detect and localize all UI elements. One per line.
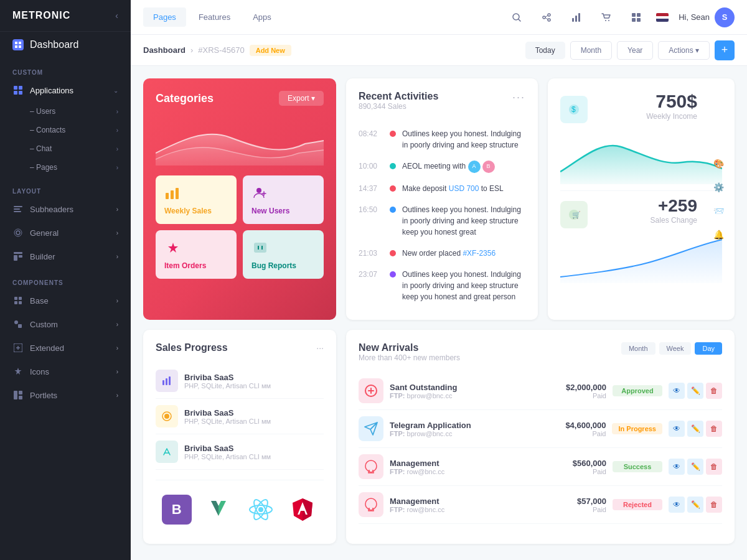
cat-tile-bug-reports[interactable]: Bug Reports [243, 230, 324, 279]
export-button[interactable]: Export ▾ [279, 91, 324, 106]
edit-button-3[interactable]: ✏️ [687, 497, 703, 513]
cat-tile-weekly-sales[interactable]: Weekly Sales [156, 175, 237, 224]
portlets-icon [12, 390, 24, 401]
svg-rect-32 [578, 13, 580, 22]
settings-icon[interactable]: ⚙️ [710, 179, 727, 196]
arrivals-filter-week[interactable]: Week [659, 342, 692, 355]
sidebar-item-pages[interactable]: – Pages› [0, 158, 131, 177]
delete-button-0[interactable]: 🗑 [706, 383, 722, 399]
bug-reports-icon [251, 239, 269, 256]
avatar-1: A [468, 161, 481, 173]
income-amount: 750$ [594, 91, 697, 112]
actions-dropdown-button[interactable]: Actions ▾ [658, 41, 710, 60]
sidebar-item-portlets[interactable]: Portlets › [0, 383, 131, 407]
view-button-3[interactable]: 👁 [669, 497, 685, 513]
palette-icon[interactable]: 🎨 [710, 155, 727, 172]
avatar-2: B [482, 161, 495, 173]
cat-tile-item-orders[interactable]: Item Orders [156, 230, 237, 279]
base-icon [12, 295, 24, 306]
dashboard-icon [12, 39, 24, 50]
sidebar-collapse-icon[interactable]: ‹ [115, 11, 118, 21]
arrival-row-1: Telegram Application FTP: bprow@bnc.cc $… [359, 410, 722, 448]
cart-icon[interactable] [596, 7, 616, 27]
breadcrumb: Dashboard › #XRS-45670 Add New [143, 45, 291, 56]
chart-icon[interactable] [566, 7, 586, 27]
send-icon[interactable]: 📨 [710, 202, 727, 220]
svg-rect-18 [14, 301, 17, 304]
sales-sub-0: PHP, SQLite, Artisan CLI мм [184, 382, 324, 390]
view-button-0[interactable]: 👁 [669, 383, 685, 399]
tab-features[interactable]: Features [189, 7, 240, 27]
tab-apps[interactable]: Apps [243, 7, 281, 27]
arrivals-header: New Arrivals More than 400+ new members … [359, 342, 722, 370]
page-content: Categories Export ▾ [131, 66, 747, 560]
dot-purple-icon [390, 271, 396, 278]
edit-button-0[interactable]: ✏️ [687, 383, 703, 399]
svg-text:🛒: 🛒 [572, 210, 581, 219]
filter-year-button[interactable]: Year [617, 41, 653, 60]
avatar-group: A B [468, 161, 495, 173]
sales-progress-header: Sales Progress ··· [156, 342, 324, 353]
svg-point-28 [548, 14, 550, 16]
search-icon[interactable] [507, 7, 527, 27]
svg-rect-24 [19, 391, 22, 394]
tab-pages[interactable]: Pages [143, 7, 186, 27]
sales-more-button[interactable]: ··· [316, 343, 324, 353]
timeline-item-1437: 14:37 Make deposit USD 700 to ESL [359, 178, 525, 199]
breadcrumb-add-button[interactable]: Add New [250, 45, 291, 56]
activities-more-button[interactable]: ··· [512, 91, 525, 104]
new-users-label: New Users [251, 207, 289, 215]
sidebar-item-general[interactable]: General › [0, 221, 131, 245]
sales-sub-1: PHP, SQLite, Artisan CLI мм [184, 418, 324, 425]
sidebar-logo: METRONIC ‹ [0, 0, 131, 32]
delete-button-3[interactable]: 🗑 [706, 497, 722, 513]
add-new-button[interactable]: + [715, 40, 735, 60]
cat-tile-new-users[interactable]: New Users [243, 175, 324, 224]
arrivals-filter-month[interactable]: Month [621, 342, 655, 355]
sales-item-1: Briviba SaaS PHP, SQLite, Artisan CLI мм [156, 399, 324, 434]
sidebar-item-applications[interactable]: Applications ⌄ [0, 78, 131, 102]
wave-chart [156, 116, 324, 166]
dot-red-3-icon [390, 250, 396, 256]
sales-change-label: Sales Change [594, 216, 697, 225]
grid-icon[interactable] [626, 7, 646, 27]
sidebar-item-chat[interactable]: – Chat› [0, 139, 131, 158]
item-orders-label: Item Orders [164, 261, 206, 270]
dot-teal-icon [390, 163, 396, 169]
sidebar-item-extended[interactable]: Extended › [0, 336, 131, 360]
sidebar-item-custom-comp[interactable]: Custom › [0, 312, 131, 336]
edit-button-2[interactable]: ✏️ [687, 459, 703, 475]
bell-icon[interactable]: 🔔 [710, 226, 727, 243]
sidebar-item-dashboard[interactable]: Dashboard [0, 32, 131, 58]
svg-point-20 [14, 320, 18, 324]
delete-button-2[interactable]: 🗑 [706, 459, 722, 475]
svg-point-11 [16, 231, 20, 235]
view-button-2[interactable]: 👁 [669, 459, 685, 475]
svg-rect-5 [19, 86, 22, 90]
sidebar-item-base[interactable]: Base › [0, 289, 131, 312]
dot-blue-icon [390, 207, 396, 213]
sales-progress-card: Sales Progress ··· Briviba SaaS PHP, SQL… [143, 330, 336, 544]
filter-today-button[interactable]: Today [525, 42, 565, 59]
recent-activities-card: Recent Activities 890,344 Sales ··· 08:4… [346, 78, 538, 320]
sidebar-item-subheaders[interactable]: Subheaders › [0, 197, 131, 221]
view-button-1[interactable]: 👁 [669, 421, 685, 437]
delete-button-1[interactable]: 🗑 [706, 421, 722, 437]
user-info[interactable]: Hi, Sean S [679, 7, 735, 27]
sidebar-item-contacts[interactable]: – Contacts› [0, 121, 131, 139]
connect-icon[interactable] [537, 7, 557, 27]
subheader: Dashboard › #XRS-45670 Add New Today Mon… [131, 35, 747, 66]
sidebar-item-icons[interactable]: Icons › [0, 360, 131, 383]
filter-month-button[interactable]: Month [570, 41, 612, 60]
language-flag[interactable] [656, 13, 669, 22]
edit-button-1[interactable]: ✏️ [687, 421, 703, 437]
svg-rect-39 [166, 193, 169, 199]
income-section: $ 750$ Weekly Income [560, 91, 722, 123]
general-icon [12, 227, 24, 238]
categories-header: Categories Export ▾ [156, 91, 324, 106]
sidebar-item-builder[interactable]: Builder › [0, 245, 131, 268]
sidebar-item-users[interactable]: – Users› [0, 102, 131, 121]
arrivals-filter-day[interactable]: Day [695, 342, 722, 355]
subheaders-arrow-icon: › [116, 206, 118, 213]
svg-rect-1 [19, 42, 21, 44]
